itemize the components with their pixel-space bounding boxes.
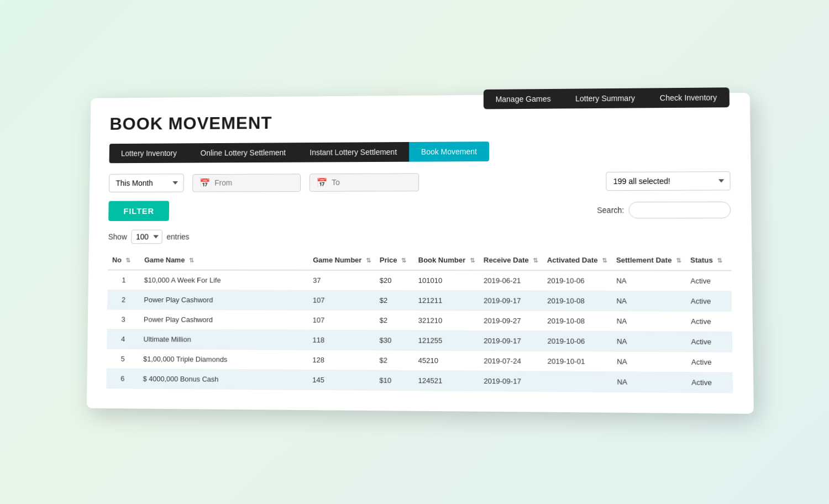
search-box: Search: [597,201,731,218]
manage-games-button[interactable]: Manage Games [483,88,563,109]
check-inventory-button[interactable]: Check Inventory [647,87,730,108]
entries-label: entries [166,232,189,241]
cell-game-number: 128 [308,350,375,370]
sort-icon-book-number: ⇅ [470,257,475,264]
cell-settlement-date: NA [612,311,686,331]
cell-status: Active [686,311,732,332]
page-title: BOOK MOVEMENT [109,109,730,134]
cell-game-number: 107 [308,290,375,310]
cell-book-number: 321210 [414,310,480,330]
to-date-field: 📅 [309,172,419,191]
table-row: 4 Ultimate Million 118 $30 121255 2019-0… [107,329,732,352]
filter-row: This Month Last Month Custom Range 📅 📅 1… [109,171,731,192]
tab-book-movement[interactable]: Book Movement [409,141,489,162]
col-header-settlement-date[interactable]: Settlement Date ⇅ [612,250,686,270]
cell-no: 2 [107,290,140,309]
cell-no: 6 [106,368,139,388]
tab-instant-lottery-settlement[interactable]: Instant Lottery Settlement [298,141,409,162]
cell-status: Active [686,291,732,311]
top-nav: Manage Games Lottery Summary Check Inven… [483,87,730,109]
to-date-input[interactable] [332,177,408,186]
col-header-receive-date[interactable]: Receive Date ⇅ [479,250,543,270]
cell-receive-date: 2019-09-17 [479,290,543,311]
col-header-game-number[interactable]: Game Number ⇅ [308,250,375,270]
entries-select[interactable]: 100 25 50 [131,229,162,244]
sort-icon-activated-date: ⇅ [602,257,607,264]
sort-icon-settlement-date: ⇅ [676,257,681,264]
sort-icon-receive-date: ⇅ [533,257,538,264]
cell-status: Active [686,331,732,351]
cell-no: 1 [108,270,140,290]
cell-book-number: 101010 [414,270,479,291]
cell-book-number: 121255 [414,330,480,350]
main-card: Manage Games Lottery Summary Check Inven… [87,92,754,413]
table-body: 1 $10,000 A Week For Life 37 $20 101010 … [106,270,733,392]
cell-game-name: $ 4000,000 Bonus Cash [139,369,308,390]
search-filter-row: FILTER Search: [108,199,731,221]
cell-activated-date: 2019-10-06 [543,270,612,291]
col-header-book-number[interactable]: Book Number ⇅ [414,250,479,270]
sort-icon-game-number: ⇅ [366,256,371,263]
cell-activated-date: 2019-10-06 [543,330,612,351]
cell-no: 4 [107,329,139,349]
cell-price: $2 [375,290,414,310]
cell-settlement-date: NA [612,291,686,311]
col-header-status[interactable]: Status ⇅ [686,250,732,270]
cell-price: $20 [375,270,414,290]
show-label: Show [108,232,127,241]
cell-no: 3 [107,309,140,329]
date-range-dropdown[interactable]: This Month Last Month Custom Range [109,174,184,192]
calendar-icon-from: 📅 [200,177,211,188]
cell-game-name: $1,00,000 Triple Diamonds [139,349,308,370]
calendar-icon-to: 📅 [317,177,328,187]
table-row: 3 Power Play Cashword 107 $2 321210 2019… [107,309,732,332]
cell-receive-date: 2019-06-21 [479,270,543,291]
sort-icon-status: ⇅ [717,257,722,264]
cell-activated-date: 2019-10-08 [543,291,612,311]
col-header-game-name[interactable]: Game Name ⇅ [140,250,308,270]
tab-lottery-inventory[interactable]: Lottery Inventory [109,143,189,163]
cell-receive-date: 2019-09-17 [479,371,543,391]
game-selector-dropdown[interactable]: 199 all selected! [606,171,730,191]
cell-settlement-date: NA [612,270,686,291]
cell-game-name: $10,000 A Week For Life [140,270,308,290]
table-row: 6 $ 4000,000 Bonus Cash 145 $10 124521 2… [106,368,733,392]
cell-price: $2 [375,310,414,330]
cell-game-number: 145 [308,370,375,390]
sort-icon-game-name: ⇅ [189,256,194,263]
cell-settlement-date: NA [612,371,687,392]
cell-book-number: 124521 [414,370,480,391]
cell-settlement-date: NA [612,331,687,351]
sort-icon-no: ⇅ [125,256,130,263]
cell-game-number: 37 [308,270,375,290]
cell-status: Active [686,270,732,291]
cell-game-number: 118 [308,330,375,350]
col-header-no[interactable]: No ⇅ [108,250,140,270]
cell-book-number: 45210 [414,350,480,371]
search-input[interactable] [628,201,731,218]
filter-button[interactable]: FILTER [108,201,169,221]
col-header-activated-date[interactable]: Activated Date ⇅ [543,250,612,270]
cell-book-number: 121211 [414,290,479,310]
table-row: 2 Power Play Cashword 107 $2 121211 2019… [107,290,732,311]
cell-game-name: Power Play Cashword [139,290,308,310]
col-header-price[interactable]: Price ⇅ [375,250,414,270]
tab-online-lottery-settlement[interactable]: Online Lottery Settlement [188,143,298,162]
table-header-row: No ⇅ Game Name ⇅ Game Number ⇅ Price ⇅ B… [108,250,731,270]
lottery-summary-button[interactable]: Lottery Summary [563,88,648,108]
cell-price: $10 [375,370,413,390]
cell-status: Active [687,372,733,392]
cell-activated-date: 2019-10-01 [543,351,612,371]
search-label: Search: [597,205,624,214]
cell-game-name: Ultimate Million [139,329,308,349]
sort-icon-price: ⇅ [401,256,406,263]
cell-receive-date: 2019-09-27 [479,311,543,331]
entries-row: Show 100 25 50 entries [108,229,731,244]
tab-bar: Lottery Inventory Online Lottery Settlem… [109,140,731,163]
cell-settlement-date: NA [612,351,687,372]
cell-no: 5 [107,349,139,369]
cell-activated-date: 2019-10-08 [543,311,612,331]
from-date-input[interactable] [214,178,290,187]
cell-activated-date [543,371,612,392]
cell-game-name: Power Play Cashword [139,309,308,330]
